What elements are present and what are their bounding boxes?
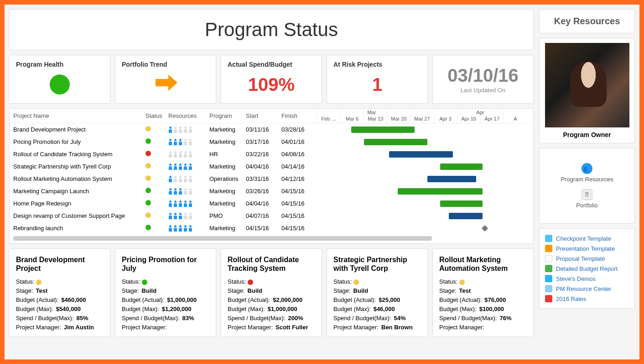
gantt-bar[interactable] xyxy=(440,200,483,207)
cell-timeline xyxy=(317,138,530,146)
col-name[interactable]: Project Name xyxy=(13,112,145,119)
card-line: Budget (Actual):$1,000,000 xyxy=(122,296,209,303)
table-row[interactable]: Rebranding launchMarketing04/15/1604/15/… xyxy=(10,222,533,234)
card-line: Budget (Max):$1,200,000 xyxy=(122,306,209,312)
col-start[interactable]: Start xyxy=(246,112,281,119)
project-card[interactable]: Pricing Promotion for JulyStatus:Stage:B… xyxy=(115,248,216,337)
person-icon xyxy=(173,176,178,182)
person-icon xyxy=(173,213,178,219)
resource-link[interactable]: 2016 Rates xyxy=(545,294,629,304)
resource-link[interactable]: Detailed Budget Report xyxy=(545,264,629,274)
person-icon xyxy=(168,213,173,219)
link-icon xyxy=(545,275,552,282)
person-icon xyxy=(183,200,188,207)
col-resources[interactable]: Resources xyxy=(168,112,209,119)
col-status[interactable]: Status xyxy=(145,112,168,119)
table-row[interactable]: Pricing Promotion for JulyMarketing03/17… xyxy=(10,136,533,148)
person-icon xyxy=(168,127,173,133)
cell-resources xyxy=(168,151,209,158)
gantt-bar[interactable] xyxy=(427,176,476,182)
resource-item[interactable]: 👥Program Resources xyxy=(544,163,630,183)
cell-start: 04/07/16 xyxy=(246,212,281,219)
resource-item[interactable]: ⠿Portfolio xyxy=(544,189,630,209)
timeline-tick: Mar 20 xyxy=(387,110,410,123)
card-line: Status: xyxy=(439,278,527,285)
kpi-risk-label: At Risk Projects xyxy=(333,61,421,68)
table-row[interactable]: Home Page RedesignMarketing04/04/1604/15… xyxy=(10,197,533,210)
person-icon xyxy=(168,164,173,170)
milestone-icon[interactable] xyxy=(482,225,488,231)
cell-resources xyxy=(168,188,209,195)
cell-finish: 04/15/16 xyxy=(281,188,317,195)
project-card[interactable]: Rollout of Candidate Tracking SystemStat… xyxy=(221,248,322,337)
gantt-bar[interactable] xyxy=(351,127,415,133)
card-title: Brand Development Project xyxy=(16,255,104,274)
col-program[interactable]: Program xyxy=(209,112,246,119)
cell-start: 03/31/16 xyxy=(246,175,281,182)
gantt-bar[interactable] xyxy=(440,164,483,170)
person-icon xyxy=(188,200,193,207)
card-line: Budget (Actual):$76,000 xyxy=(439,296,527,303)
person-icon xyxy=(168,200,173,207)
page-title: Program Status xyxy=(10,19,533,41)
col-finish[interactable]: Finish xyxy=(281,112,317,119)
kpi-spend-label: Actual Spend/Budget xyxy=(228,61,315,68)
resource-link[interactable]: Steve's Demos xyxy=(545,274,629,284)
table-row[interactable]: Design revamp of Customer Support PagePM… xyxy=(10,210,533,222)
person-icon xyxy=(183,225,188,232)
card-line: Project Manager:Jim Austin xyxy=(16,324,104,331)
kpi-health-label: Program Health xyxy=(16,61,104,68)
gantt-bar[interactable] xyxy=(364,139,428,145)
table-row[interactable]: Brand Development ProjectMarketing03/11/… xyxy=(10,123,533,136)
resource-link[interactable]: Presentation Template xyxy=(545,243,629,253)
resource-link[interactable]: PM Resource Center xyxy=(545,284,629,294)
resource-link[interactable]: Checkpoint Template xyxy=(545,233,629,243)
resources-block: 👥Program Resources⠿Portfolio xyxy=(539,148,635,224)
resource-link[interactable]: Proposal Template xyxy=(545,253,629,264)
gantt-bar[interactable] xyxy=(389,151,453,158)
cell-finish: 04/14/16 xyxy=(281,163,317,170)
gantt-bar[interactable] xyxy=(449,213,483,219)
cell-timeline xyxy=(317,175,530,183)
person-icon xyxy=(183,127,188,133)
table-row[interactable]: Rollout Marketing Automation SystemOpera… xyxy=(10,173,533,185)
link-icon xyxy=(545,265,552,272)
kpi-spend[interactable]: Actual Spend/Budget 109% xyxy=(221,55,322,104)
horizontal-scrollbar[interactable] xyxy=(13,236,432,241)
card-line: Project Manager:Ben Brown xyxy=(333,324,421,331)
table-row[interactable]: Marketing Campaign LaunchMarketing03/26/… xyxy=(10,185,533,197)
kpi-risk-value: 1 xyxy=(333,74,421,95)
gantt-bar[interactable] xyxy=(398,188,483,195)
card-line: Spend / Budget(Max):54% xyxy=(333,315,421,322)
project-card[interactable]: Strategic Partnership with Tyrell CorpSt… xyxy=(327,248,428,337)
cell-resources xyxy=(168,200,209,207)
card-line: Stage:Build xyxy=(228,287,315,294)
cell-timeline xyxy=(317,200,530,208)
project-card[interactable]: Rollout Marketing Automation SystemStatu… xyxy=(432,248,534,337)
status-dot-icon xyxy=(142,280,147,285)
cell-finish: 03/28/16 xyxy=(281,126,317,133)
project-grid[interactable]: Project Name Status Resources Program St… xyxy=(9,108,534,244)
kpi-trend[interactable]: Portfolio Trend xyxy=(115,55,216,104)
kpi-risk[interactable]: At Risk Projects 1 xyxy=(327,55,428,104)
table-row[interactable]: Rollout of Candidate Tracking SystemHR03… xyxy=(10,148,533,160)
person-icon xyxy=(173,225,178,232)
person-icon xyxy=(188,164,193,170)
person-icon xyxy=(168,188,173,195)
cell-start: 03/11/16 xyxy=(246,126,281,133)
cell-timeline xyxy=(317,187,530,195)
cell-resources xyxy=(168,164,209,170)
person-icon xyxy=(173,164,178,170)
person-icon xyxy=(183,188,188,195)
program-owner-card[interactable]: Program Owner xyxy=(539,38,635,143)
cell-name: Pricing Promotion for July xyxy=(13,138,145,145)
person-icon xyxy=(173,188,178,195)
person-icon xyxy=(183,164,188,170)
table-row[interactable]: Strategic Partnership with Tyrell CorpMa… xyxy=(10,160,533,173)
link-icon xyxy=(545,245,552,252)
card-title: Rollout of Candidate Tracking System xyxy=(228,255,315,274)
person-icon xyxy=(173,151,178,158)
kpi-health[interactable]: Program Health xyxy=(9,55,110,104)
project-card[interactable]: Brand Development ProjectStatus:Stage:Te… xyxy=(9,248,110,337)
status-dot-icon xyxy=(145,212,151,218)
